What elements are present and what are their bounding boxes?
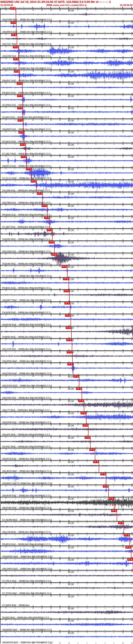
pick-line[interactable] bbox=[57, 253, 57, 265]
trace-row[interactable]: 21:30×T 4PB B031 EHZ -- 99999.0km BW HIG… bbox=[0, 278, 133, 290]
trace-row[interactable]: 21:30×T 4CC CLMS EHZ -- 99999.0km BW HIG… bbox=[0, 265, 133, 278]
pick-line[interactable] bbox=[20, 70, 20, 82]
trace-row[interactable]: 21:30×T 4CC VALT BHZ -- 99999.0km BW HIG… bbox=[0, 143, 133, 156]
trace-row[interactable]: 21:30×T 4UW MORO EHZ -- 99999.0km BW HIG… bbox=[0, 546, 133, 558]
pick-line[interactable] bbox=[79, 375, 79, 387]
trace-row[interactable]: 21:30×T 4UW PHIN HHZ -- 99999.0km BW HIG… bbox=[0, 497, 133, 510]
pick-line[interactable] bbox=[72, 338, 72, 350]
pick-flag[interactable]: ×T 4 bbox=[62, 266, 67, 268]
trace-row[interactable]: 21:30×T 4PB B023 EHZ -- 99999.0km BW HIG… bbox=[0, 82, 133, 94]
pick-flag[interactable]: ×T 4 bbox=[124, 534, 129, 536]
trace-row[interactable]: 21:30×T 4UW RVW EHZ -- 99999.0km BW HIGH… bbox=[0, 485, 133, 497]
trace-row[interactable]: 21:30×T 4UW SP2 BHZ -- 99999.0km BW HIGH… bbox=[0, 424, 133, 436]
pick-line[interactable] bbox=[26, 143, 26, 155]
pick-line[interactable] bbox=[71, 326, 72, 338]
pick-line[interactable] bbox=[131, 546, 131, 558]
pick-flag[interactable]: ×T 4 bbox=[37, 192, 42, 195]
pick-flag[interactable]: ×T 4 bbox=[111, 510, 116, 512]
trace-row[interactable]: 21:30×T 4UW RCS EHZ -- 99999.0km BW HIGH… bbox=[0, 156, 133, 168]
pick-line[interactable] bbox=[23, 119, 24, 131]
pick-flag[interactable]: ×T 4 bbox=[80, 412, 86, 414]
pick-flag[interactable]: ×T 4 bbox=[108, 498, 114, 500]
pick-line[interactable] bbox=[95, 448, 95, 460]
trace-row[interactable]: 21:30×T 4UW TBM EHZ -- 99999.0km BW HIGH… bbox=[0, 192, 133, 204]
pick-flag[interactable]: ×T 4 bbox=[67, 363, 72, 366]
pick-flag[interactable]: ×T 4 bbox=[10, 7, 16, 10]
trace-row[interactable]: 21:30×T 4UW GPW EHZ -- 99999.0km BW HIGH… bbox=[0, 412, 133, 424]
pick-flag[interactable]: ×T 4 bbox=[103, 485, 108, 488]
pick-line[interactable] bbox=[26, 156, 27, 167]
trace-row[interactable]: 21:30×T 4CC CLCV EHZ -- 99999.0km BW HIG… bbox=[0, 168, 133, 180]
pick-line[interactable] bbox=[19, 58, 19, 70]
pick-flag[interactable]: ×T 4 bbox=[17, 82, 22, 85]
pick-flag[interactable]: ×T 4 bbox=[42, 204, 47, 207]
trace-row[interactable]: 21:30×T 4CN VDB EHZ -- 99999.0km BW HIGH… bbox=[0, 180, 133, 192]
pick-line[interactable] bbox=[47, 204, 48, 216]
trace-row[interactable]: 21:30×T 4UW LON BHZ -- 99999.0km BW HIGH… bbox=[0, 522, 133, 534]
pick-line[interactable] bbox=[86, 412, 86, 424]
trace-row[interactable]: 21:30×T 4TA E04D BHZ -- 99999.0km BW HIG… bbox=[0, 253, 133, 265]
pick-line[interactable] bbox=[70, 302, 70, 314]
trace-row[interactable]: 21:30UW MOON EHZ -- 99999.0km BW HIGHPAS… bbox=[0, 631, 133, 644]
pick-flag[interactable]: ×T 4 bbox=[63, 278, 68, 280]
pick-line[interactable] bbox=[108, 485, 109, 497]
pick-line[interactable] bbox=[90, 436, 90, 448]
trace-row[interactable]: 21:30CC TCRU BHZ -- 99999.0km BW HIGHPAS… bbox=[0, 582, 133, 595]
pick-line[interactable] bbox=[24, 131, 24, 143]
pick-flag[interactable]: ×T 4 bbox=[17, 107, 22, 109]
pick-line[interactable] bbox=[124, 522, 124, 533]
pick-line[interactable] bbox=[82, 387, 82, 399]
trace-row[interactable]: 21:30×T 4UW TOLT BHZ -- 99999.0km BW HIG… bbox=[0, 34, 133, 46]
pick-flag[interactable]: ×T 4 bbox=[66, 326, 71, 329]
pick-flag[interactable]: ×T 4 bbox=[47, 229, 52, 231]
pick-line[interactable] bbox=[88, 424, 88, 436]
pick-flag[interactable]: ×T 4 bbox=[17, 94, 22, 97]
pick-flag[interactable]: ×T 4 bbox=[93, 461, 98, 463]
trace-row[interactable]: 21:30×T 4UW JEDS BHZ -- 99999.0km BW HIG… bbox=[0, 460, 133, 473]
pick-flag[interactable]: ×T 4 bbox=[127, 558, 132, 561]
trace-row[interactable]: 21:30×T 4CN PGC BHZ -- 99999.0km BW HIGH… bbox=[0, 436, 133, 448]
pick-line[interactable] bbox=[69, 290, 70, 302]
pick-line[interactable] bbox=[117, 510, 117, 521]
pick-line[interactable] bbox=[84, 400, 84, 411]
trace-row[interactable]: 21:30×T 4UO HUO EHZ -- 99999.0km BW HIGH… bbox=[0, 131, 133, 143]
trace-row[interactable]: 21:30×T 4UW OOW EHZ -- 99999.0km BW HIGH… bbox=[0, 363, 133, 375]
pick-flag[interactable]: ×T 4 bbox=[76, 388, 82, 390]
pick-flag[interactable]: ×T 4 bbox=[21, 156, 26, 158]
pick-flag[interactable]: ×T 4 bbox=[100, 473, 106, 475]
pick-flag[interactable]: ×T 4 bbox=[20, 143, 25, 146]
trace-row[interactable]: 21:30×T 4UW RRHS EHZ -- 99999.0km BW HIG… bbox=[0, 21, 133, 34]
trace-row[interactable]: 21:30CC PRLK BHZ -- 99999.0km BW HIGHPAS… bbox=[0, 570, 133, 582]
pick-flag[interactable]: ×T 4 bbox=[14, 70, 19, 72]
pick-line[interactable] bbox=[50, 216, 50, 228]
pick-line[interactable] bbox=[130, 534, 130, 546]
pick-flag[interactable]: ×T 4 bbox=[82, 424, 88, 426]
trace-row[interactable]: 21:30×T 4UW RCM EHZ -- 99999.0km BW HIGH… bbox=[0, 448, 133, 460]
trace-row[interactable]: 21:30×T 4UW EDM EHZ -- 99999.0km BW HIGH… bbox=[0, 46, 133, 58]
pick-line[interactable] bbox=[99, 460, 99, 472]
pick-flag[interactable]: ×T 4 bbox=[74, 375, 79, 378]
trace-row[interactable]: 21:30×T 4UW RVC EHZ -- 99999.0km BW HIGH… bbox=[0, 70, 133, 82]
trace-row[interactable]: 21:30TA I05D BHZ -- 99999.0km BW HIGHPAS… bbox=[0, 607, 133, 619]
trace-row[interactable]: 21:30×T 4UW LTY BHZ -- 99999.0km BW HIGH… bbox=[0, 400, 133, 412]
pick-line[interactable] bbox=[18, 46, 19, 58]
pick-flag[interactable]: ×T 4 bbox=[65, 314, 70, 317]
pick-flag[interactable]: ×T 4 bbox=[67, 351, 72, 354]
pick-line[interactable] bbox=[72, 351, 72, 362]
trace-row[interactable]: 21:30×T 4PB B019 EHZ -- 99999.0km BW HIG… bbox=[0, 534, 133, 546]
trace-row[interactable]: 21:30×T 4TA E05D BHZ -- 99999.0km BW HIG… bbox=[0, 228, 133, 241]
pick-line[interactable] bbox=[70, 314, 71, 326]
pick-flag[interactable]: ×T 4 bbox=[49, 241, 54, 244]
pick-flag[interactable]: ×T 4 bbox=[78, 400, 84, 402]
pick-flag[interactable]: ×T 4 bbox=[118, 522, 124, 524]
pick-flag[interactable]: ×T 4 bbox=[31, 180, 36, 182]
trace-row[interactable]: 21:30×T 4UW VCR EHZ -- 99999.0km BW HIGH… bbox=[0, 338, 133, 351]
trace-row[interactable]: 21:30×T 4UW RER EHZ -- 99999.0km BW HIGH… bbox=[0, 119, 133, 131]
trace-row[interactable]: 21:30×T 4CC NORM BHZ -- 99999.0km BW HIG… bbox=[0, 510, 133, 522]
trace-row[interactable]: 21:30×T 4UW NN21 EHZ 01 99999.0km BW HIG… bbox=[0, 473, 133, 485]
trace-row[interactable]: 21:30×T 4TA B05D BHZ -- 99999.0km BW HIG… bbox=[0, 326, 133, 338]
pick-flag[interactable]: ×T 4 bbox=[52, 253, 57, 256]
pick-line[interactable] bbox=[23, 94, 23, 106]
trace-row[interactable]: 21:30×T 4PB B028 EHZ -- 99999.0km BW HIG… bbox=[0, 204, 133, 216]
pick-line[interactable] bbox=[23, 107, 23, 118]
